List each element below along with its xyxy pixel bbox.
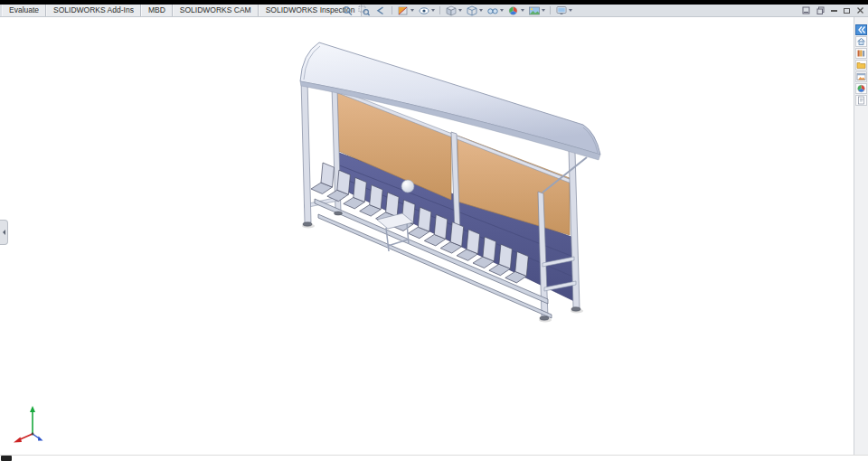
file-explorer-icon[interactable] bbox=[855, 60, 867, 71]
view-palette-icon[interactable] bbox=[855, 71, 867, 82]
view-orientation-icon[interactable] bbox=[444, 5, 463, 16]
tab-solidworks-cam[interactable]: SOLIDWORKS CAM bbox=[173, 5, 259, 16]
apply-scene-icon[interactable] bbox=[527, 5, 546, 16]
taskbar-fragment bbox=[1, 456, 12, 461]
zoom-to-fit-icon[interactable] bbox=[341, 5, 355, 16]
hide-show-items-icon[interactable] bbox=[486, 5, 505, 16]
toolbar-separator bbox=[392, 6, 392, 14]
expand-task-pane-icon[interactable] bbox=[855, 24, 867, 35]
chevron-left-icon bbox=[3, 230, 5, 235]
section-view-icon[interactable] bbox=[396, 5, 415, 16]
custom-properties-icon[interactable] bbox=[855, 95, 867, 106]
doc-restore-icon[interactable] bbox=[816, 5, 825, 16]
view-settings-icon[interactable] bbox=[554, 5, 573, 16]
origin-triad bbox=[11, 403, 58, 447]
task-pane-tab-strip bbox=[854, 16, 868, 455]
design-library-icon[interactable] bbox=[855, 48, 867, 59]
commandmanager-bar: Evaluate SOLIDWORKS Add-Ins MBD SOLIDWOR… bbox=[0, 5, 868, 17]
dropdown-caret-icon[interactable] bbox=[542, 9, 545, 12]
solidworks-resources-icon[interactable] bbox=[855, 36, 867, 47]
dropdown-caret-icon[interactable] bbox=[569, 9, 572, 12]
dynamic-annotation-views-icon[interactable] bbox=[417, 5, 436, 16]
tab-solidworks-add-ins[interactable]: SOLIDWORKS Add-Ins bbox=[46, 5, 141, 16]
solidworks-window: Evaluate SOLIDWORKS Add-Ins MBD SOLIDWOR… bbox=[0, 0, 868, 461]
edit-appearance-icon[interactable] bbox=[506, 5, 525, 16]
triad-y-axis bbox=[30, 406, 35, 434]
previous-view-icon[interactable] bbox=[373, 5, 388, 16]
triad-z-axis bbox=[33, 434, 43, 441]
dropdown-caret-icon[interactable] bbox=[521, 9, 524, 12]
dropdown-caret-icon[interactable] bbox=[500, 9, 504, 12]
close-icon[interactable] bbox=[856, 5, 864, 16]
dropdown-caret-icon[interactable] bbox=[479, 9, 483, 12]
panel-flyout-tab[interactable] bbox=[0, 220, 8, 245]
maximize-icon[interactable] bbox=[844, 5, 850, 16]
heads-up-view-toolbar bbox=[340, 5, 574, 16]
window-controls bbox=[802, 5, 864, 16]
toolbar-separator bbox=[439, 6, 440, 14]
zoom-to-area-icon[interactable] bbox=[357, 5, 372, 16]
doc-minimize-icon[interactable] bbox=[802, 5, 810, 16]
commandmanager-tabs: Evaluate SOLIDWORKS Add-Ins MBD SOLIDWOR… bbox=[2, 5, 362, 16]
display-style-icon[interactable] bbox=[465, 5, 484, 16]
appearances-scenes-icon[interactable] bbox=[855, 83, 867, 94]
dropdown-caret-icon[interactable] bbox=[458, 9, 462, 12]
status-bar bbox=[0, 455, 868, 461]
dropdown-caret-icon[interactable] bbox=[431, 9, 435, 12]
toolbar-separator bbox=[550, 6, 551, 14]
minimize-icon[interactable] bbox=[831, 5, 837, 16]
dropdown-caret-icon[interactable] bbox=[410, 9, 414, 12]
tab-mbd[interactable]: MBD bbox=[141, 5, 173, 16]
graphics-area[interactable] bbox=[0, 16, 853, 455]
tab-evaluate[interactable]: Evaluate bbox=[2, 5, 46, 16]
triad-x-axis bbox=[14, 434, 33, 443]
